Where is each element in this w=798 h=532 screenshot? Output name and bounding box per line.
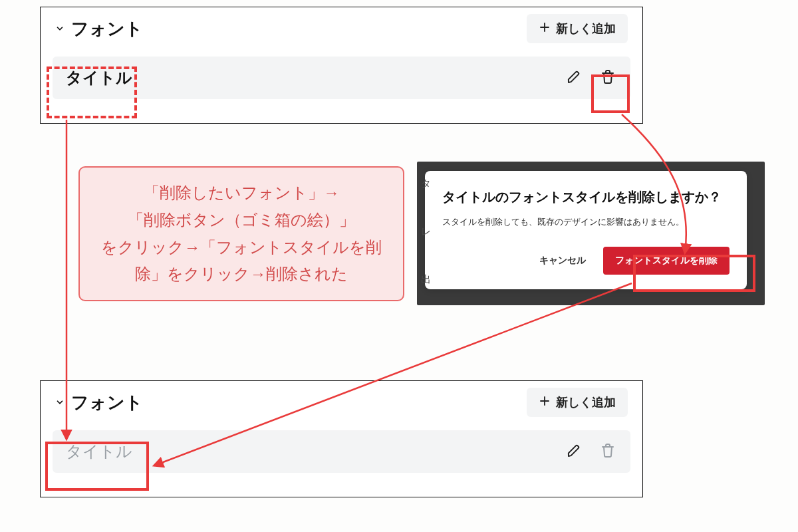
annotation-callout: 「削除したいフォント」→ 「削除ボタン（ゴミ箱の絵）」 をクリック→「フォントス… [78,166,404,301]
annotation-text: 「削除したいフォント」→ 「削除ボタン（ゴミ箱の絵）」 をクリック→「フォントス… [96,180,387,288]
bg-glyph: タ [421,178,431,190]
chevron-down-icon [55,398,65,407]
dialog-actions: キャンセル フォントスタイルを削除 [442,247,730,275]
delete-button[interactable] [598,442,617,461]
plus-icon [539,21,551,37]
font-row[interactable]: タイトル [53,430,630,473]
confirm-delete-button[interactable]: フォントスタイルを削除 [603,247,730,275]
add-font-button[interactable]: 新しく追加 [527,14,628,43]
dialog-description: スタイルを削除しても、既存のデザインに影響はありません。 [442,216,730,228]
panel-header-left[interactable]: フォント [55,391,143,414]
font-row[interactable]: タイトル [53,57,630,99]
dialog-backdrop: タ レ 出 タイトルのフォントスタイルを削除しますか？ スタイルを削除しても、既… [417,162,765,305]
font-row-title: タイトル [66,441,132,462]
plus-icon [539,395,551,410]
font-panel-after: フォント 新しく追加 タイトル [40,380,643,497]
edit-button[interactable] [565,68,584,87]
add-font-label: 新しく追加 [556,21,616,37]
panel-header: フォント 新しく追加 [41,381,642,420]
font-panel-before: フォント 新しく追加 タイトル [40,7,643,124]
add-font-label: 新しく追加 [556,394,616,410]
confirm-dialog: タイトルのフォントスタイルを削除しますか？ スタイルを削除しても、既存のデザイン… [425,171,747,289]
dialog-title: タイトルのフォントスタイルを削除しますか？ [442,187,730,207]
row-actions [565,442,617,461]
cancel-button[interactable]: キャンセル [530,248,595,273]
pencil-icon [567,442,583,461]
edit-button[interactable] [565,442,584,461]
pencil-icon [567,68,583,87]
trash-icon [600,68,616,87]
bg-glyph: 出 [421,273,431,286]
row-actions [565,68,617,87]
delete-button[interactable] [598,68,617,87]
panel-title: フォント [71,391,143,414]
font-row-title: タイトル [66,67,132,88]
add-font-button[interactable]: 新しく追加 [527,388,628,417]
bg-glyph: レ [421,225,431,238]
panel-title: フォント [71,17,143,41]
panel-header: フォント 新しく追加 [41,7,642,46]
chevron-down-icon [55,24,65,33]
trash-icon [600,442,616,461]
panel-header-left[interactable]: フォント [55,17,143,41]
